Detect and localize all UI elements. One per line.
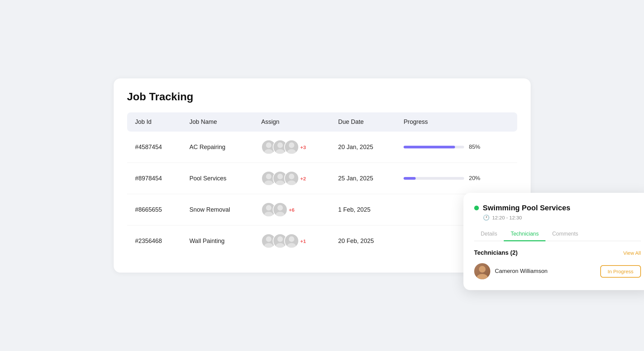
status-badge: In Progress — [600, 265, 641, 278]
popup-header: Swimming Pool Services — [474, 204, 641, 212]
svg-point-23 — [477, 274, 488, 279]
job-name-cell: Wall Painting — [181, 225, 253, 257]
table-row[interactable]: #2356468Wall Painting+120 Feb, 2025 — [127, 225, 517, 257]
job-id-cell: #4587454 — [127, 132, 182, 163]
popup-time: 🕐 12:20 - 12:30 — [483, 214, 641, 221]
svg-point-15 — [276, 212, 284, 217]
col-job-id: Job Id — [127, 112, 182, 132]
avatar-extra-count: +6 — [289, 207, 295, 213]
status-dot — [474, 206, 479, 210]
job-id-cell: #8978454 — [127, 163, 182, 194]
avatar-extra-count: +3 — [300, 144, 306, 150]
svg-point-1 — [264, 149, 273, 154]
progress-cell: 85% — [395, 132, 517, 163]
job-name-cell: Snow Removal — [181, 194, 253, 225]
table-header-row: Job Id Job Name Assign Due Date Progress — [127, 112, 517, 132]
page-wrapper: Job Tracking Job Id Job Name Assign Due … — [114, 78, 531, 273]
assign-cell: +3 — [253, 132, 330, 163]
job-id-cell: #2356468 — [127, 225, 182, 257]
technician-avatar — [474, 263, 490, 279]
job-id-cell: #8665655 — [127, 194, 182, 225]
col-due-date: Due Date — [330, 112, 396, 132]
svg-point-6 — [266, 174, 271, 179]
svg-point-5 — [287, 149, 296, 154]
svg-point-10 — [289, 174, 294, 179]
due-date-cell: 20 Jan, 2025 — [330, 132, 396, 163]
due-date-cell: 25 Jan, 2025 — [330, 163, 396, 194]
svg-point-2 — [277, 142, 283, 148]
popup-section-header: Technicians (2) View All — [474, 249, 641, 256]
svg-point-8 — [277, 174, 283, 179]
svg-point-12 — [266, 205, 271, 210]
assign-cell: +2 — [253, 163, 330, 194]
due-date-cell: 20 Feb, 2025 — [330, 225, 396, 257]
tab-details[interactable]: Details — [474, 227, 504, 241]
job-name-cell: AC Repairing — [181, 132, 253, 163]
detail-popup: Swimming Pool Services 🕐 12:20 - 12:30 D… — [463, 193, 644, 290]
table-row[interactable]: #4587454AC Repairing+320 Jan, 202585% — [127, 132, 517, 163]
svg-point-11 — [287, 180, 296, 186]
svg-point-13 — [264, 212, 273, 217]
avatar — [284, 171, 299, 186]
tab-comments[interactable]: Comments — [545, 227, 585, 241]
section-title: Technicians (2) — [474, 249, 518, 256]
svg-point-7 — [264, 180, 273, 186]
svg-point-0 — [266, 142, 271, 148]
svg-point-4 — [289, 142, 294, 148]
due-date-cell: 1 Feb, 2025 — [330, 194, 396, 225]
col-assign: Assign — [253, 112, 330, 132]
technician-info: Cameron Williamson — [474, 263, 548, 279]
svg-point-21 — [287, 243, 296, 248]
avatar — [273, 202, 288, 217]
popup-title: Swimming Pool Services — [483, 204, 570, 212]
tab-technicians[interactable]: Technicians — [504, 227, 545, 241]
svg-point-20 — [289, 236, 294, 242]
avatar-extra-count: +2 — [300, 176, 306, 181]
svg-point-19 — [276, 243, 284, 248]
view-all-link[interactable]: View All — [623, 250, 641, 256]
avatar — [284, 234, 299, 248]
clock-icon: 🕐 — [483, 214, 490, 221]
svg-point-16 — [266, 236, 271, 242]
page-title: Job Tracking — [127, 91, 517, 103]
progress-cell: 20% — [395, 163, 517, 194]
assign-cell: +6 — [253, 194, 330, 225]
avatar — [284, 140, 299, 154]
job-table: Job Id Job Name Assign Due Date Progress… — [127, 112, 517, 256]
col-job-name: Job Name — [181, 112, 253, 132]
svg-point-9 — [276, 180, 284, 186]
svg-point-17 — [264, 243, 273, 248]
popup-tabs: Details Technicians Comments — [474, 227, 641, 241]
table-row[interactable]: #8978454Pool Services+225 Jan, 202520% — [127, 163, 517, 194]
popup-time-text: 12:20 - 12:30 — [492, 215, 522, 220]
avatar-extra-count: +1 — [300, 238, 306, 244]
table-row[interactable]: #8665655Snow Removal+61 Feb, 2025 — [127, 194, 517, 225]
assign-cell: +1 — [253, 225, 330, 257]
job-name-cell: Pool Services — [181, 163, 253, 194]
svg-point-18 — [277, 236, 283, 242]
svg-point-3 — [276, 149, 284, 154]
technician-row: Cameron Williamson In Progress — [474, 263, 641, 279]
svg-point-14 — [277, 205, 283, 210]
svg-point-22 — [479, 266, 486, 273]
technician-name: Cameron Williamson — [495, 268, 548, 275]
col-progress: Progress — [395, 112, 517, 132]
